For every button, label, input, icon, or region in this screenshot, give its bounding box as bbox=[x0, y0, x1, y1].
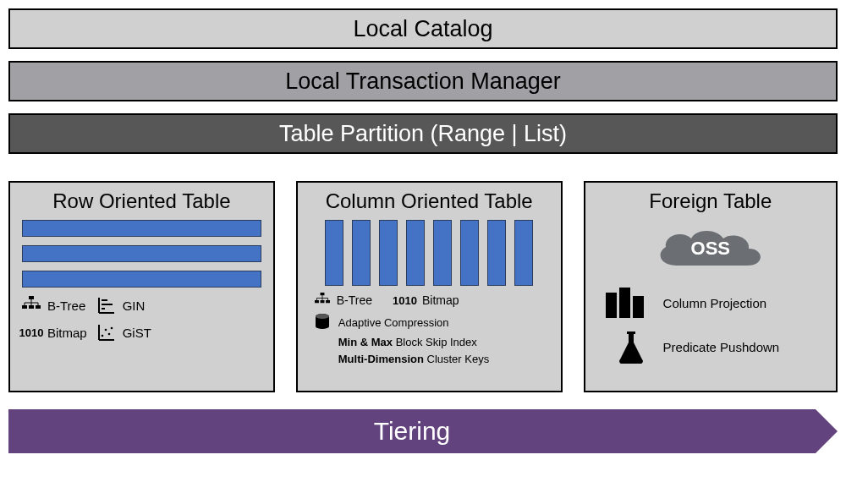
col-btree-label: B-Tree bbox=[337, 293, 372, 307]
btree-label: B-Tree bbox=[47, 299, 85, 313]
col-bitmap-code: 1010 bbox=[393, 294, 417, 307]
adaptive-label: Adaptive Compression bbox=[338, 316, 449, 329]
svg-rect-27 bbox=[320, 300, 324, 303]
foreign-table-box: Foreign Table OSS Column Projection Pred… bbox=[584, 181, 838, 392]
oss-label: OSS bbox=[691, 238, 730, 260]
row-bars bbox=[20, 220, 263, 288]
svg-rect-8 bbox=[36, 305, 41, 309]
col-bar bbox=[514, 220, 533, 286]
col-features: Adaptive Compression Min & Max Block Ski… bbox=[308, 313, 551, 365]
svg-point-19 bbox=[110, 327, 113, 330]
tables-row: Row Oriented Table B-Tree GIN 1010 Bitm bbox=[8, 181, 838, 392]
svg-rect-6 bbox=[22, 305, 27, 309]
svg-point-17 bbox=[104, 329, 107, 331]
column-oriented-title: Column Oriented Table bbox=[308, 189, 551, 213]
col-bar bbox=[460, 220, 479, 286]
table-partition-label: Table Partition (Range | List) bbox=[279, 121, 567, 147]
row-oriented-box: Row Oriented Table B-Tree GIN 1010 Bitm bbox=[8, 181, 275, 392]
col-top-features: B-Tree 1010 Bitmap bbox=[308, 293, 551, 308]
tree-icon bbox=[313, 293, 332, 308]
col-btree-item: B-Tree bbox=[338, 293, 372, 308]
gist-feature: GiST bbox=[96, 323, 263, 342]
foreign-features: Column Projection Predicate Pushdown bbox=[596, 288, 826, 364]
svg-rect-20 bbox=[320, 293, 324, 295]
minmax-bold: Min & Max bbox=[338, 336, 393, 348]
bitmap-feature: 1010 Bitmap bbox=[20, 323, 87, 342]
bitmap-code-icon: 1010 bbox=[20, 323, 42, 342]
row-oriented-title: Row Oriented Table bbox=[20, 189, 263, 213]
column-projection-icon bbox=[606, 288, 656, 318]
col-bar bbox=[433, 220, 452, 286]
oss-cloud: OSS bbox=[647, 223, 774, 274]
row-bar bbox=[22, 245, 261, 262]
svg-point-16 bbox=[101, 335, 103, 337]
local-catalog-layer: Local Catalog bbox=[8, 8, 838, 49]
col-bar bbox=[379, 220, 398, 286]
btree-feature: B-Tree bbox=[20, 296, 87, 315]
tree-icon bbox=[20, 296, 42, 315]
bitmap-label: Bitmap bbox=[47, 326, 87, 340]
local-catalog-label: Local Catalog bbox=[353, 16, 492, 42]
gist-icon bbox=[96, 323, 118, 342]
flask-icon bbox=[606, 330, 656, 364]
gist-label: GiST bbox=[123, 326, 151, 340]
svg-rect-28 bbox=[326, 300, 330, 303]
col-bars bbox=[308, 220, 551, 286]
col-bitmap-item: 1010 Bitmap bbox=[393, 293, 459, 307]
gin-label: GIN bbox=[123, 299, 146, 313]
gin-feature: GIN bbox=[96, 296, 263, 315]
foreign-title: Foreign Table bbox=[596, 189, 826, 213]
svg-rect-7 bbox=[29, 305, 34, 309]
svg-point-30 bbox=[316, 314, 329, 319]
col-proj-label: Column Projection bbox=[663, 296, 826, 310]
adaptive-compression: Adaptive Compression bbox=[338, 313, 551, 331]
tiering-arrow: Tiering bbox=[8, 409, 816, 453]
tiering-label: Tiering bbox=[374, 417, 451, 446]
pred-push-label: Predicate Pushdown bbox=[663, 340, 826, 354]
minmax-feature: Min & Max Block Skip Index bbox=[338, 336, 551, 348]
col-bar bbox=[325, 220, 343, 286]
row-bar bbox=[22, 220, 261, 237]
minmax-rest: Block Skip Index bbox=[393, 336, 477, 348]
svg-point-18 bbox=[107, 333, 110, 336]
svg-rect-26 bbox=[315, 300, 319, 303]
multidim-feature: Multi-Dimension Cluster Keys bbox=[338, 353, 551, 365]
cylinder-icon bbox=[313, 313, 332, 331]
row-bar bbox=[22, 271, 261, 288]
table-partition-layer: Table Partition (Range | List) bbox=[8, 113, 838, 154]
col-bitmap-label: Bitmap bbox=[422, 293, 459, 307]
multidim-rest: Cluster Keys bbox=[424, 353, 489, 365]
multidim-bold: Multi-Dimension bbox=[338, 353, 424, 365]
svg-rect-0 bbox=[29, 296, 34, 299]
col-bar bbox=[406, 220, 425, 286]
local-txn-label: Local Transaction Manager bbox=[285, 68, 561, 95]
col-bar bbox=[352, 220, 371, 286]
column-oriented-box: Column Oriented Table B-Tree 1010 Bitmap bbox=[296, 181, 563, 392]
row-features: B-Tree GIN 1010 Bitmap GiST bbox=[20, 296, 263, 342]
col-bar bbox=[487, 220, 506, 286]
gin-icon bbox=[96, 296, 118, 315]
local-txn-layer: Local Transaction Manager bbox=[8, 61, 838, 101]
